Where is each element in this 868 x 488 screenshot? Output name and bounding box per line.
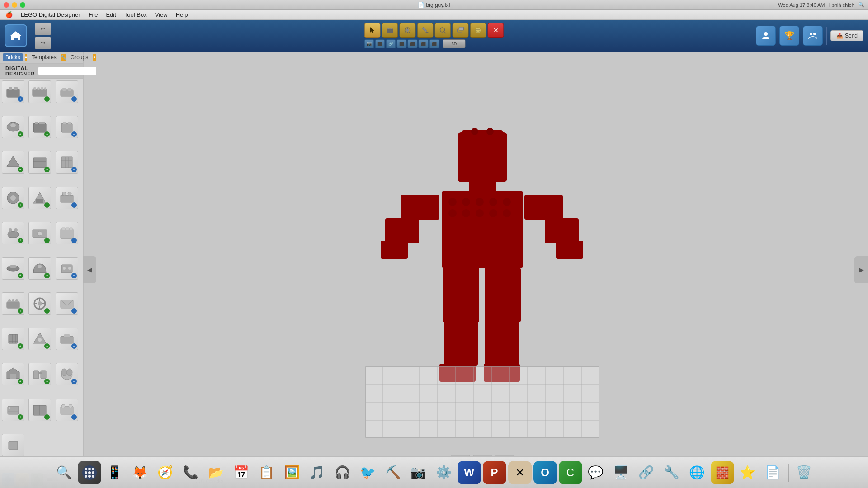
menu-app[interactable]: LEGO Digital Designer	[17, 10, 84, 19]
send-button[interactable]: 📤 Send	[830, 30, 863, 41]
dock-podcasts[interactable]: 🎧	[331, 461, 354, 484]
dock-firefox[interactable]: 🦊	[128, 461, 152, 484]
brick-item[interactable]: +	[28, 363, 51, 385]
user-icon-btn[interactable]	[756, 26, 776, 46]
brick-item[interactable]: +	[28, 80, 51, 103]
nav-btn-2[interactable]: 🔗	[386, 39, 396, 48]
brick-item[interactable]: +	[2, 328, 24, 350]
brick-item[interactable]: +	[56, 292, 78, 315]
clone-tool[interactable]	[453, 23, 469, 38]
nav-btn-3[interactable]: ⬛	[397, 39, 407, 48]
dock-istatmenus[interactable]: ⭐	[736, 461, 760, 484]
dock-chrome[interactable]: 🌐	[685, 461, 709, 484]
dock-app-store[interactable]: 📱	[103, 461, 127, 484]
undo-button[interactable]: ↩	[35, 23, 51, 35]
brick-item[interactable]: +	[56, 80, 78, 103]
dock-remote-desktop[interactable]: 🔗	[635, 461, 658, 484]
right-expand-btn[interactable]: ▶	[854, 256, 868, 283]
community-btn[interactable]	[803, 26, 823, 46]
brick-item[interactable]: +	[2, 80, 24, 103]
dock-powerpoint[interactable]: P	[483, 461, 506, 484]
dock-finder2[interactable]: 📂	[204, 461, 228, 484]
dock-fiddler[interactable]: 🔧	[660, 461, 684, 484]
brick-item[interactable]: +	[2, 187, 24, 209]
brick-item[interactable]: +	[28, 187, 51, 209]
dock-launchpad[interactable]	[78, 461, 101, 484]
maximize-button[interactable]	[20, 2, 25, 8]
nav-btn-4[interactable]: ⬛	[408, 39, 418, 48]
camera-nav-btn[interactable]: 📷	[364, 39, 374, 48]
dock-openoffice[interactable]: O	[533, 461, 557, 484]
tab-templates[interactable]: Templates	[29, 53, 59, 61]
brick-item[interactable]: +	[2, 116, 24, 138]
brick-item[interactable]: +	[2, 257, 24, 280]
brick-item[interactable]: +	[56, 151, 78, 174]
apple-menu[interactable]: 🍎	[2, 10, 16, 19]
brick-item[interactable]: +	[56, 328, 78, 350]
bricks-tab-icon[interactable]: ●	[25, 54, 27, 61]
redo-button[interactable]: ↪	[35, 37, 51, 49]
brick-item[interactable]: +	[28, 292, 51, 315]
tab-bricks[interactable]: Bricks	[3, 53, 23, 61]
dock-reminders[interactable]: 📋	[255, 461, 278, 484]
brick-item[interactable]: +	[2, 363, 24, 385]
tab-groups[interactable]: Groups	[68, 53, 91, 61]
brick-item[interactable]: +	[2, 151, 24, 174]
hinge-tool[interactable]	[400, 23, 416, 38]
dock-minecraft[interactable]: ⛏️	[382, 461, 405, 484]
brick-item[interactable]: +	[56, 257, 78, 280]
dock-quicklook[interactable]: 📄	[761, 461, 785, 484]
nav-btn-6[interactable]: ⬛	[429, 39, 439, 48]
home-button[interactable]	[5, 24, 27, 47]
face-tool[interactable]	[470, 23, 486, 38]
nav-btn-5[interactable]: ⬛	[419, 39, 429, 48]
menu-edit[interactable]: Edit	[102, 10, 119, 19]
dock-finder[interactable]: 🔍	[52, 461, 76, 484]
brick-item[interactable]: +	[28, 328, 51, 350]
brick-item[interactable]: +	[2, 222, 24, 244]
dock-lego-dd[interactable]: 🧱	[711, 461, 734, 484]
groups-tab-icon[interactable]: ✦	[93, 54, 96, 61]
dock-photos[interactable]: 📷	[407, 461, 430, 484]
brick-item[interactable]: +	[56, 399, 78, 421]
nav-btn-1[interactable]: ⬛	[375, 39, 385, 48]
dock-facetime[interactable]: 📞	[179, 461, 203, 484]
brick-item[interactable]: +	[28, 399, 51, 421]
menu-view[interactable]: View	[151, 10, 171, 19]
view-3d-btn[interactable]: 3D	[443, 39, 466, 48]
brick-item[interactable]	[2, 434, 24, 456]
brick-item[interactable]: +	[28, 257, 51, 280]
minimize-button[interactable]	[12, 2, 17, 8]
paint-tool[interactable]	[417, 23, 434, 38]
menu-file[interactable]: File	[85, 10, 102, 19]
brick-item[interactable]: +	[28, 151, 51, 174]
dock-photos-importer[interactable]: 🖼️	[280, 461, 304, 484]
menu-toolbox[interactable]: Tool Box	[121, 10, 151, 19]
dock-safari[interactable]: 🧭	[154, 461, 177, 484]
trophy-btn[interactable]: 🏆	[779, 26, 799, 46]
dock-word[interactable]: W	[458, 461, 481, 484]
dock-citrix[interactable]: 🖥️	[609, 461, 633, 484]
dock-calendar[interactable]: 📅	[230, 461, 253, 484]
search-input[interactable]	[38, 67, 104, 75]
brick-item[interactable]: +	[2, 292, 24, 315]
brick-item[interactable]: +	[56, 187, 78, 209]
select-tool[interactable]	[364, 23, 381, 38]
canvas[interactable]: ⊙ ▼ + ▶ 3017 bricks	[96, 52, 868, 488]
dock-crossover[interactable]: ✕	[508, 461, 532, 484]
brick-item[interactable]: +	[2, 399, 24, 421]
dock-twitter[interactable]: 🐦	[356, 461, 380, 484]
brick-tool[interactable]	[382, 23, 398, 38]
brick-item[interactable]: +	[28, 222, 51, 244]
menu-help[interactable]: Help	[172, 10, 192, 19]
brick-item[interactable]: +	[56, 222, 78, 244]
dock-skype[interactable]: 💬	[584, 461, 608, 484]
dock-system-prefs[interactable]: ⚙️	[432, 461, 456, 484]
close-button[interactable]	[4, 2, 9, 8]
dock-itunes[interactable]: 🎵	[306, 461, 329, 484]
templates-tab-icon[interactable]: 🔧	[61, 54, 66, 61]
zoom-tool[interactable]	[435, 23, 451, 38]
dock-trash[interactable]: 🗑️	[793, 461, 816, 484]
brick-item[interactable]: +	[56, 363, 78, 385]
delete-tool[interactable]: ✕	[488, 23, 504, 38]
